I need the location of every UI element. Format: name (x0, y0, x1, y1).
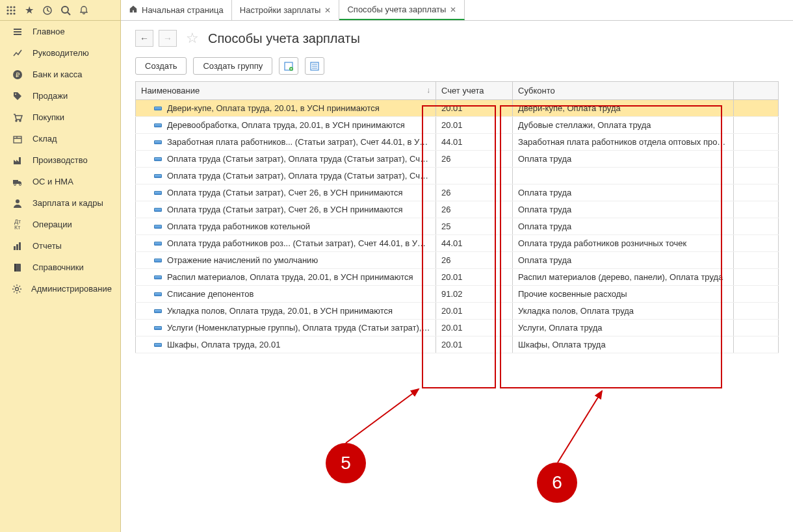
cell-name: Деревообработка, Оплата труда, 20.01, в … (136, 117, 436, 134)
cell-account: 26 (436, 151, 513, 168)
cell-empty (734, 336, 779, 353)
item-icon (154, 208, 162, 212)
svg-point-2 (13, 6, 15, 8)
sidebar-item-4[interactable]: Покупки (0, 107, 120, 128)
table-row[interactable]: Оплата труда (Статьи затрат), Счет 26, в… (136, 184, 779, 201)
cell-empty (734, 235, 779, 252)
apps-icon[interactable] (3, 2, 20, 19)
col-name[interactable]: Наименование↓ (136, 82, 436, 100)
table-row[interactable]: Отражение начислений по умолчанию26Оплат… (136, 252, 779, 269)
item-icon (154, 292, 162, 296)
svg-rect-23 (14, 264, 16, 272)
sidebar-item-3[interactable]: Продажи (0, 85, 120, 107)
data-table[interactable]: Наименование↓ Счет учета Субконто Двери-… (135, 81, 779, 353)
sidebar-item-5[interactable]: Склад (0, 128, 120, 149)
table-row[interactable]: Оплата труда работников роз... (Статьи з… (136, 235, 779, 252)
create-group-button[interactable]: Создать группу (193, 57, 272, 75)
tab-salary-settings[interactable]: Настройки зарплаты ✕ (232, 0, 340, 20)
sort-down-icon: ↓ (426, 86, 430, 95)
cell-empty (734, 184, 779, 201)
table-row[interactable]: Оплата труда (Статьи затрат), Счет 26, в… (136, 201, 779, 218)
sidebar-item-12[interactable]: Администрирование (0, 278, 120, 299)
sidebar-item-8[interactable]: Зарплата и кадры (0, 192, 120, 214)
sidebar-item-1[interactable]: Руководителю (0, 42, 120, 64)
create-button[interactable]: Создать (135, 57, 187, 75)
cell-name: Оплата труда (Статьи затрат), Счет 26, в… (136, 201, 436, 218)
tab-label: Начальная страница (142, 5, 224, 15)
tab-home[interactable]: Начальная страница (121, 0, 232, 20)
svg-rect-22 (19, 242, 21, 250)
cell-subconto: Прочие косвенные расходы (513, 286, 734, 303)
item-icon (154, 191, 162, 195)
sidebar-item-6[interactable]: Производство (0, 149, 120, 171)
col-account[interactable]: Счет учета (436, 82, 513, 100)
sidebar-item-11[interactable]: Справочники (0, 257, 120, 278)
book-icon (12, 262, 23, 273)
list-button[interactable] (305, 57, 324, 75)
bell-icon[interactable] (75, 2, 92, 19)
svg-point-8 (13, 12, 15, 14)
cell-subconto: Распил материалов (дерево, панели), Опла… (513, 269, 734, 286)
cell-account: 20.01 (436, 320, 513, 336)
sidebar-item-10[interactable]: Отчеты (0, 235, 120, 257)
tab-salary-methods[interactable]: Способы учета зарплаты ✕ (339, 0, 465, 20)
refresh-button[interactable] (279, 57, 298, 75)
favorite-star-icon[interactable]: ☆ (186, 30, 199, 47)
sidebar-item-9[interactable]: ДтКтОперации (0, 214, 120, 235)
cell-empty (734, 252, 779, 269)
search-icon[interactable] (57, 2, 74, 19)
page-title: Способы учета зарплаты (208, 31, 360, 46)
sidebar-item-0[interactable]: Главное (0, 21, 120, 42)
cell-subconto: Укладка полов, Оплата труда (513, 303, 734, 320)
cell-empty (734, 320, 779, 336)
svg-point-13 (15, 94, 16, 95)
col-empty (734, 82, 779, 100)
nav-label: Главное (32, 27, 65, 36)
cell-account: 20.01 (436, 269, 513, 286)
history-icon[interactable] (39, 2, 56, 19)
table-row[interactable]: Деревообработка, Оплата труда, 20.01, в … (136, 117, 779, 134)
sidebar-item-2[interactable]: ₽Банк и касса (0, 64, 120, 85)
ruble-icon: ₽ (12, 69, 23, 81)
cell-account: 26 (436, 184, 513, 201)
table-row[interactable]: Оплата труда (Статьи затрат), Оплата тру… (136, 168, 779, 184)
svg-rect-21 (16, 244, 18, 250)
chart-icon (12, 47, 23, 59)
star-icon[interactable]: ★ (21, 2, 38, 19)
table-row[interactable]: Оплата труда (Статьи затрат), Оплата тру… (136, 151, 779, 168)
cart-icon (12, 112, 23, 123)
table-row[interactable]: Двери-купе, Оплата труда, 20.01, в УСН п… (136, 100, 779, 117)
cell-subconto: Шкафы, Оплата труда (513, 336, 734, 353)
sidebar-topbar: ★ (0, 0, 120, 21)
svg-point-19 (16, 199, 20, 203)
nav-label: ОС и НМА (32, 177, 73, 186)
table-row[interactable]: Заработная плата работников... (Статьи з… (136, 134, 779, 151)
nav-label: Справочники (32, 262, 84, 272)
close-icon[interactable]: ✕ (324, 6, 331, 15)
cell-account: 20.01 (436, 117, 513, 134)
cell-name: Двери-купе, Оплата труда, 20.01, в УСН п… (136, 100, 436, 117)
item-icon (154, 343, 162, 347)
cell-account: 25 (436, 218, 513, 235)
cell-account: 20.01 (436, 100, 513, 117)
col-subconto[interactable]: Субконто (513, 82, 734, 100)
table-row[interactable]: Распил материалов, Оплата труда, 20.01, … (136, 269, 779, 286)
toolbar: Создать Создать группу (135, 57, 779, 75)
cell-empty (734, 117, 779, 134)
nav-label: Операции (32, 220, 72, 229)
table-row[interactable]: Оплата труда работников котельной25Оплат… (136, 218, 779, 235)
cell-name: Заработная плата работников... (Статьи з… (136, 134, 436, 151)
cell-name: Оплата труда (Статьи затрат), Оплата тру… (136, 151, 436, 168)
back-button[interactable]: ← (135, 30, 153, 47)
nav-label: Склад (32, 134, 57, 144)
cell-account: 91.02 (436, 286, 513, 303)
table-row[interactable]: Укладка полов, Оплата труда, 20.01, в УС… (136, 303, 779, 320)
main: Начальная страница Настройки зарплаты ✕ … (121, 0, 793, 532)
close-icon[interactable]: ✕ (450, 5, 456, 14)
sidebar-item-7[interactable]: ОС и НМА (0, 171, 120, 192)
table-row[interactable]: Услуги (Номенклатурные группы), Оплата т… (136, 320, 779, 336)
table-row[interactable]: Списание депонентов91.02Прочие косвенные… (136, 286, 779, 303)
nav-label: Администрирование (31, 284, 112, 294)
table-row[interactable]: Шкафы, Оплата труда, 20.0120.01Шкафы, Оп… (136, 336, 779, 353)
cell-empty (734, 151, 779, 168)
